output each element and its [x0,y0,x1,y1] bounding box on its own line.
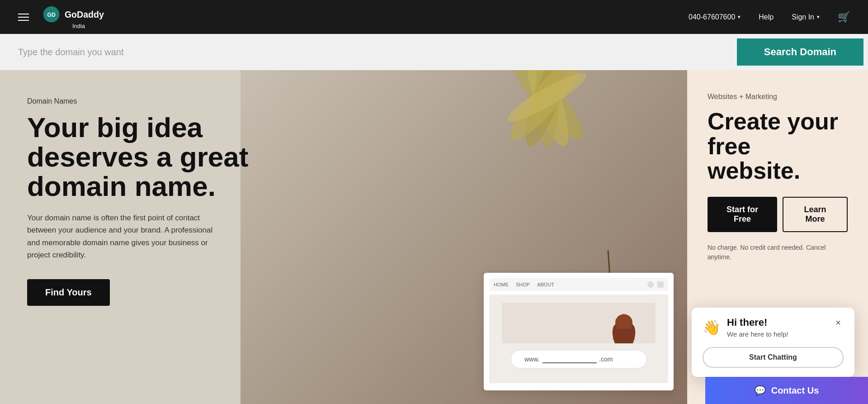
search-bar: Search Domain [0,34,868,70]
domain-text-area: Domain Names Your big idea deserves a gr… [27,97,276,306]
phone-chevron: ▾ [738,14,741,20]
header-right: 040-67607600 ▾ Help Sign In ▾ 🛒 [689,11,850,23]
svg-text:www.: www. [524,356,539,363]
websites-buttons: Start for Free Learn More [708,197,848,232]
domain-search-input[interactable] [5,38,737,66]
svg-text:GD: GD [47,12,56,18]
contact-us-bar[interactable]: 💬 Contact Us [705,377,868,404]
signin-chevron: ▾ [817,14,820,20]
browser-mockup: HOME SHOP ABOUT [484,273,674,390]
wave-emoji: 👋 [703,319,721,336]
svg-text:.com: .com [599,356,613,363]
phone-button[interactable]: 040-67607600 ▾ [689,13,741,21]
chat-title: Hi there! [727,317,788,328]
nav-about: ABOUT [537,282,554,287]
header-left: GD GoDaddy India [18,5,115,29]
domain-category-label: Domain Names [27,97,276,105]
svg-text:GoDaddy: GoDaddy [65,10,104,19]
no-charge-text: No charge. No credit card needed. Cancel… [708,243,843,262]
logo-country: India [72,23,85,29]
nav-shop: SHOP [516,282,530,287]
chat-header-text: Hi there! We are here to help! [727,317,788,338]
domain-names-panel: HOME SHOP ABOUT [0,70,687,404]
godaddy-logo: GD GoDaddy [42,5,115,24]
phone-number: 040-67607600 [689,13,735,21]
domain-heading: Your big idea deserves a great domain na… [27,113,276,201]
signin-button[interactable]: Sign In ▾ [792,13,820,21]
hamburger-menu[interactable] [18,14,29,21]
start-chatting-button[interactable]: Start Chatting [703,347,844,368]
start-for-free-button[interactable]: Start for Free [708,197,777,232]
nav-home: HOME [494,282,509,287]
help-link[interactable]: Help [759,13,774,21]
logo-area[interactable]: GD GoDaddy India [42,5,115,29]
find-yours-button[interactable]: Find Yours [27,279,110,306]
cart-button[interactable]: 🛒 [838,11,850,23]
chat-header: 👋 Hi there! We are here to help! × [692,308,854,347]
chat-header-left: 👋 Hi there! We are here to help! [703,317,788,338]
main-header: GD GoDaddy India 040-67607600 ▾ Help Sig… [0,0,868,34]
chat-subtitle: We are here to help! [727,330,788,338]
domain-description: Your domain name is often the first poin… [27,212,226,261]
websites-heading: Create your free website. [708,109,848,183]
browser-content: www. .com [489,295,668,383]
websites-category-label: Websites + Marketing [708,93,848,101]
chat-close-button[interactable]: × [833,317,844,329]
browser-nav: HOME SHOP ABOUT [489,278,668,291]
contact-us-text: Contact Us [771,385,819,396]
leaf-decoration [461,70,633,224]
search-domain-button[interactable]: Search Domain [737,38,863,66]
learn-more-button[interactable]: Learn More [783,197,848,232]
domain-bg-decoration: HOME SHOP ABOUT [241,70,687,404]
contact-us-icon: 💬 [755,385,766,396]
chat-widget: 👋 Hi there! We are here to help! × Start… [692,308,854,377]
